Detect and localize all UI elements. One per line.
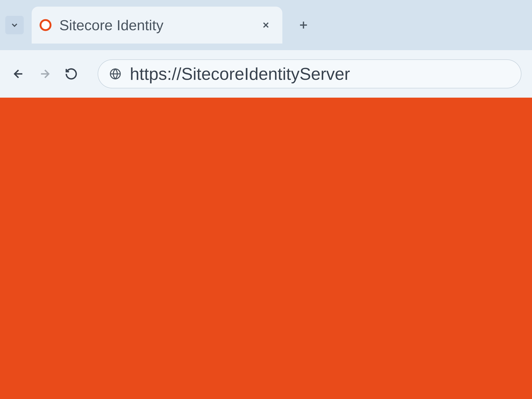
tab-title: Sitecore Identity [59,17,260,33]
close-icon [261,20,271,30]
browser-tab[interactable]: Sitecore Identity [32,6,282,44]
tab-favicon-icon [40,19,51,31]
forward-button[interactable] [37,66,53,82]
reload-button[interactable] [63,66,79,82]
browser-chrome: Sitecore Identity [0,0,532,98]
url-text: https://SitecoreIdentityServer [130,64,350,84]
globe-icon [109,68,121,80]
tab-close-button[interactable] [260,19,272,31]
tab-search-dropdown[interactable] [5,16,24,34]
arrow-left-icon [12,67,25,81]
plus-icon [298,19,309,31]
page-content [0,98,532,399]
address-bar[interactable]: https://SitecoreIdentityServer [98,59,521,89]
back-button[interactable] [11,66,26,82]
reload-icon [65,67,78,81]
arrow-right-icon [38,67,51,81]
new-tab-button[interactable] [296,17,311,33]
chevron-down-icon [10,20,19,30]
site-info-button[interactable] [109,67,122,81]
browser-toolbar: https://SitecoreIdentityServer [0,50,532,98]
tab-strip: Sitecore Identity [0,0,532,50]
